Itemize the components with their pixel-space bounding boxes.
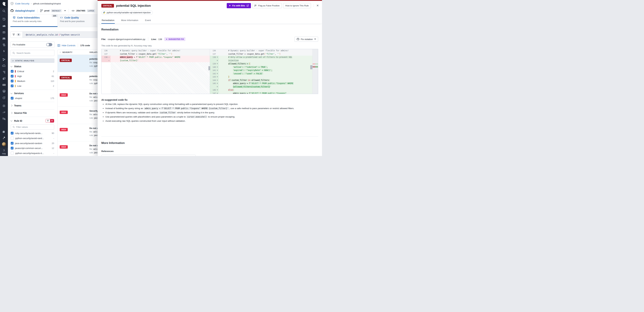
branch-caret-icon[interactable] <box>64 10 66 11</box>
checkbox-unchecked[interactable] <box>11 152 14 155</box>
diff-line-number: 140 <box>210 66 217 69</box>
rule-tag-pill[interactable]: python-security/variable-sql-statement-i… <box>101 10 153 15</box>
breadcrumb-section[interactable]: Code Security <box>15 2 30 5</box>
scrollbar-thumb[interactable] <box>310 65 312 69</box>
diff-line: 136 # Dynamic query builder - super flex… <box>102 49 210 52</box>
diff-line-marker: + <box>217 75 219 79</box>
apm-eye-icon[interactable] <box>2 30 6 34</box>
user-avatar[interactable] <box>2 142 6 146</box>
facet-section-services: Services ✔ shopist 175 <box>10 90 54 102</box>
facet-item-rule[interactable]: ✔ javascript-common-securi... 12 <box>11 147 54 150</box>
how-to-ignore-button[interactable]: How to Ignore This Rule <box>283 3 311 8</box>
checkbox-unchecked[interactable] <box>11 137 14 140</box>
facet-item-shopist[interactable]: ✔ shopist 175 <box>11 97 54 100</box>
diff-line-marker <box>217 52 219 56</box>
history-icon[interactable] <box>2 17 6 21</box>
checkbox-checked[interactable]: ✔ <box>11 75 14 78</box>
facet-item-low[interactable]: ✔ Low 2 <box>11 84 54 87</box>
diff-line-number: 136 <box>210 49 217 52</box>
facet-item-rule[interactable]: ✔ java-security/avoid-random 20 <box>11 142 54 144</box>
checkbox-checked[interactable]: ✔ <box>11 97 14 100</box>
checkbox-checked[interactable]: ✔ <box>11 142 14 144</box>
severity-badge: HIGH <box>60 145 68 148</box>
facet-header-status[interactable]: Status <box>11 65 54 68</box>
cloud-cost-icon[interactable]: $ <box>2 64 6 68</box>
flag-false-positive-button[interactable]: Flag as False Positive <box>252 3 282 8</box>
infrastructure-hexagons-icon[interactable] <box>2 58 6 61</box>
hide-controls-button[interactable]: Hide Controls <box>58 44 76 47</box>
facet-group-label: STATIC ANALYSIS <box>15 60 34 62</box>
metrics-chart-icon[interactable] <box>2 24 6 28</box>
checkbox-checked[interactable]: ✔ <box>11 80 14 82</box>
fix-violation-button[interactable]: Fix violation <box>294 37 318 42</box>
ci-infinity-icon[interactable] <box>2 83 6 87</box>
log-search-icon[interactable] <box>2 117 6 120</box>
facet-item-rule[interactable]: python-security/requests-ti... - <box>11 152 54 155</box>
checkbox-checked[interactable]: ✔ <box>11 84 14 87</box>
facet-header-rule-id[interactable]: Rule ID ✕ <box>11 119 54 122</box>
profiling-gauge-icon[interactable] <box>2 110 6 114</box>
column-severity[interactable]: SEVERITY <box>62 51 72 53</box>
panel-tabs: Remediation More Information Event <box>98 17 322 24</box>
facet-search-input[interactable]: Search facets <box>10 50 54 56</box>
diff-line: 147+ admin_query = f'SELECT * FROM publi… <box>210 92 318 94</box>
datadog-logo-icon[interactable] <box>0 0 8 8</box>
chevron-down-icon <box>12 59 14 61</box>
integrations-puzzle-icon[interactable] <box>2 130 6 133</box>
branch-name[interactable]: prod <box>44 10 50 12</box>
layers-icon[interactable] <box>2 43 6 46</box>
fix-available-toggle[interactable] <box>46 43 52 46</box>
facet-item-medium[interactable]: ✔ Medium 110 <box>11 80 54 82</box>
scrollbar-thumb[interactable] <box>208 66 210 70</box>
checkbox-checked[interactable]: ✔ <box>11 147 14 150</box>
service-clock-icon[interactable] <box>2 96 6 100</box>
reference-card[interactable] <box>101 155 196 156</box>
facet-group-static-analysis[interactable]: STATIC ANALYSIS <box>10 58 54 63</box>
ai-fix-bullet: Instead of building the query string as … <box>105 107 318 110</box>
search-icon[interactable] <box>2 9 6 13</box>
commit-sha[interactable]: 25b7465 <box>76 10 85 12</box>
tab-more-information[interactable]: More Information <box>121 17 139 24</box>
diff-line: 139+ allowed_filters = { <box>210 62 318 66</box>
facet-item-rule[interactable]: python-security/avoid-rand... - <box>11 137 54 140</box>
checkbox-checked[interactable]: ✔ <box>11 132 14 134</box>
bits-ai-sparkles-icon[interactable] <box>2 136 6 140</box>
filter-icon-button[interactable] <box>46 119 50 122</box>
severity-badge: CRITICAL <box>60 59 72 62</box>
facet-item-rule[interactable]: ✔ ruby-security/avoid-rando... 90 <box>11 132 54 134</box>
facet-header-source-file[interactable]: Source File <box>11 112 54 114</box>
query-filter-control[interactable]: 6 <box>10 32 23 38</box>
repo-name-link[interactable]: datadog/shopist <box>15 9 34 12</box>
facet-section-status: Status ✔ Critical 2 ✔ High 61 <box>10 63 54 90</box>
help-button[interactable]: ? Help <box>0 148 8 156</box>
diff-line: 145+ admin_query = f'SELECT * FROM publi… <box>210 82 318 85</box>
dashboards-icon[interactable] <box>2 77 6 80</box>
clear-filter-button[interactable]: ✕ <box>50 119 54 122</box>
diff-line: 138+ # Only allow a predefined set of fi… <box>210 56 318 59</box>
tab-code-vulnerabilities[interactable]: Code Vulnerabilities 225 Find and fix co… <box>10 14 58 27</box>
tab-event[interactable]: Event <box>145 17 151 24</box>
bolt-icon[interactable] <box>2 49 6 53</box>
facet-header-services[interactable]: Services <box>11 92 54 95</box>
logs-icon[interactable] <box>2 70 6 74</box>
search-icon <box>12 52 15 54</box>
close-icon[interactable]: ✕ <box>314 4 319 7</box>
flag-icon <box>254 4 257 7</box>
rule-id-filter-input[interactable]: Filter values <box>11 124 54 130</box>
diff-line <box>102 62 210 94</box>
diff-line-number: 146 <box>210 88 217 92</box>
facet-item-high[interactable]: ✔ High 61 <box>11 75 54 78</box>
checkbox-checked[interactable]: ✔ <box>11 70 14 72</box>
diff-pane-after: 136 # Dynamic query builder - super flex… <box>210 49 318 94</box>
facet-item-critical[interactable]: ✔ Critical 2 <box>11 70 54 72</box>
facet-header-teams[interactable]: Teams <box>11 104 54 107</box>
security-shield-icon[interactable] <box>2 90 6 93</box>
diff-line-marker <box>108 49 110 52</box>
fix-with-bits-button[interactable]: ✦ Fix with Bits <box>227 3 251 8</box>
diff-minimap[interactable] <box>312 49 318 94</box>
diff-line-marker: + <box>217 85 219 88</box>
tab-remediation[interactable]: Remediation <box>101 17 115 24</box>
watchdog-binoculars-icon[interactable] <box>2 36 6 40</box>
sort-arrow-icon[interactable]: ↑ <box>60 51 61 54</box>
code-bug-icon[interactable] <box>2 104 6 108</box>
